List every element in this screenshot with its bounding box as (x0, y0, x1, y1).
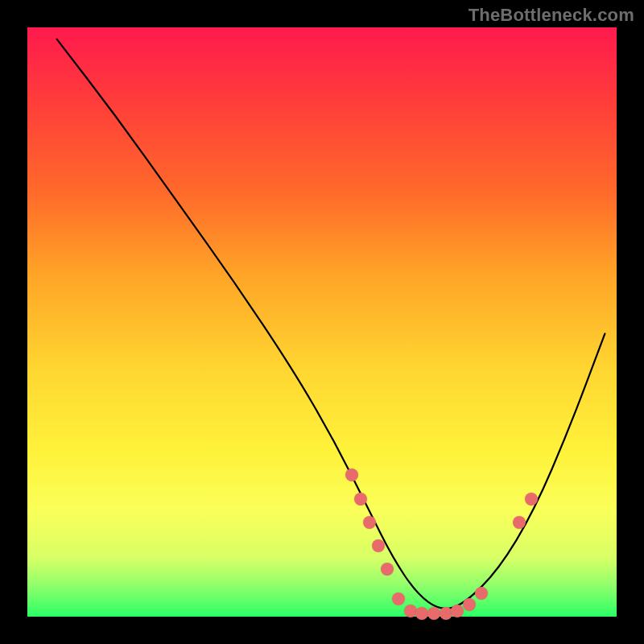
pt-bottom-2 (404, 605, 417, 617)
pt-left-5 (381, 563, 394, 576)
pt-left-3 (363, 516, 376, 529)
watermark-text: TheBottleneck.com (469, 5, 634, 26)
pt-left-1 (345, 469, 358, 481)
chart-frame: TheBottleneck.com (0, 0, 644, 644)
pt-right-2 (525, 493, 538, 506)
pt-right-1 (513, 516, 526, 529)
pt-bottom-8 (475, 587, 488, 600)
pt-bottom-5 (440, 607, 452, 620)
plot-area (27, 27, 617, 617)
pt-left-2 (354, 493, 367, 506)
pt-bottom-3 (415, 607, 428, 620)
bottleneck-curve (27, 27, 617, 617)
pt-left-4 (372, 539, 385, 552)
pt-bottom-6 (451, 605, 464, 617)
pt-bottom-4 (427, 607, 440, 620)
